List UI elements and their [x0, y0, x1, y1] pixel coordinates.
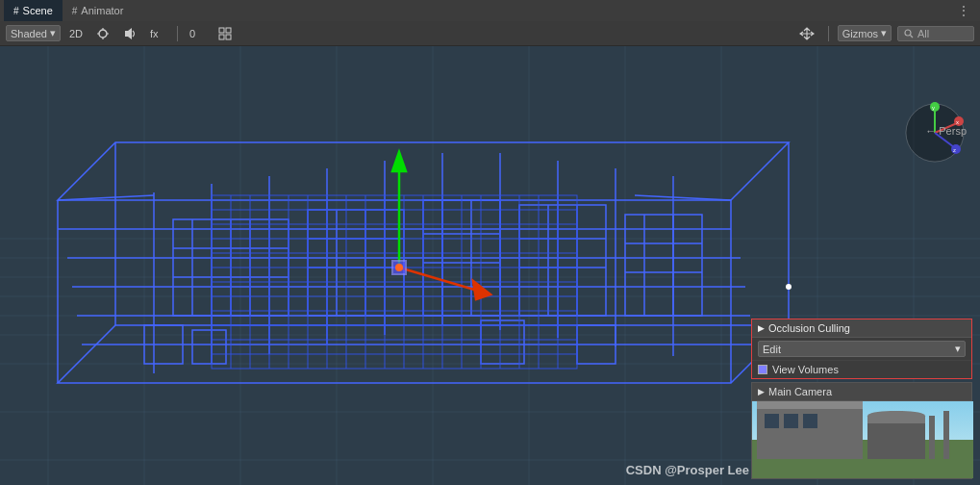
grid-icon-btn[interactable] [214, 26, 237, 41]
svg-point-0 [99, 30, 107, 38]
shaded-dropdown[interactable]: Shaded ▾ [6, 25, 61, 41]
light-icon [96, 27, 110, 40]
scene-tab-label: Scene [23, 5, 53, 16]
svg-rect-9 [226, 28, 231, 33]
building-roof-arch [757, 401, 863, 409]
scene-tab-icon: # [13, 6, 19, 16]
audio-icon [123, 27, 137, 40]
pole-2 [929, 416, 935, 459]
svg-point-122 [395, 264, 403, 271]
camera-preview [752, 401, 973, 478]
camera-panel-header: ▶ Main Camera [752, 383, 971, 401]
tab-scene[interactable]: # Scene [4, 0, 63, 21]
persp-label: ← Persp [925, 125, 967, 137]
toolbar-sep-2 [828, 26, 829, 41]
tab-animator[interactable]: # Animator [63, 0, 134, 21]
search-icon [904, 29, 914, 38]
viewport[interactable]: y x z ← Persp ▶ Occlusion Culling Edit ▾… [0, 46, 980, 485]
watermark: CSDN @Prosper Lee [626, 463, 749, 477]
pole-1 [943, 411, 949, 459]
camera-panel: ▶ Main Camera [751, 382, 972, 479]
occlusion-header-icon: ▶ [758, 323, 765, 333]
occlusion-dropdown-arrow: ▾ [955, 343, 961, 355]
2d-button[interactable]: 2D [64, 27, 88, 40]
svg-rect-8 [219, 28, 224, 33]
gizmos-dropdown-arrow: ▾ [881, 27, 887, 39]
camera-panel-title: Main Camera [768, 386, 832, 397]
occlusion-edit-row: Edit ▾ [752, 338, 971, 361]
search-bar[interactable]: All [897, 26, 974, 41]
svg-point-12 [905, 30, 911, 36]
layers-icon: 0 [189, 27, 205, 40]
animator-tab-icon: # [72, 6, 78, 16]
svg-text:z: z [953, 147, 956, 153]
toolbar-sep-1 [177, 26, 178, 41]
tab-bar-right: ⋮ [951, 3, 976, 18]
occlusion-edit-dropdown[interactable]: Edit ▾ [758, 341, 966, 357]
camera-header-icon: ▶ [758, 387, 765, 396]
grid-icon [218, 27, 232, 40]
layers-icon-btn[interactable]: 0 [185, 26, 210, 41]
move-icon [799, 27, 815, 40]
view-volumes-row: View Volumes [752, 361, 971, 378]
window-1 [765, 414, 779, 428]
transform-icon-btn[interactable] [794, 26, 819, 41]
occlusion-edit-label: Edit [763, 344, 781, 355]
svg-line-13 [911, 35, 914, 38]
shaded-label: Shaded [11, 28, 47, 39]
window-2 [784, 414, 798, 428]
building-main [757, 406, 863, 459]
light-icon-btn[interactable] [91, 26, 114, 41]
occlusion-culling-panel: ▶ Occlusion Culling Edit ▾ View Volumes [751, 319, 972, 379]
view-volumes-label: View Volumes [772, 364, 839, 375]
svg-marker-5 [125, 28, 132, 39]
window-3 [803, 414, 817, 428]
toolbar-right: Gizmos ▾ All [794, 25, 974, 41]
search-all-label: All [917, 28, 929, 39]
gizmos-dropdown[interactable]: Gizmos ▾ [838, 25, 892, 41]
svg-rect-11 [226, 35, 231, 39]
tab-more-button[interactable]: ⋮ [951, 3, 976, 18]
occlusion-panel-header: ▶ Occlusion Culling [752, 319, 971, 338]
tab-bar: # Scene # Animator ⋮ [0, 0, 980, 21]
view-volumes-color [758, 365, 767, 374]
shaded-dropdown-arrow: ▾ [50, 27, 56, 39]
occlusion-panel-title: Occlusion Culling [768, 322, 850, 334]
toolbar: Shaded ▾ 2D fx 0 [0, 21, 980, 46]
svg-point-123 [786, 284, 792, 290]
fx-icon: fx [150, 27, 165, 40]
building-secondary [867, 421, 925, 459]
building-2-roof [867, 411, 925, 423]
fx-icon-btn[interactable]: fx [145, 26, 170, 41]
svg-rect-10 [219, 35, 224, 39]
svg-text:y: y [932, 105, 935, 111]
svg-text:fx: fx [150, 28, 159, 39]
gizmos-label: Gizmos [842, 28, 878, 39]
audio-icon-btn[interactable] [118, 26, 141, 41]
svg-text:0: 0 [189, 28, 195, 39]
animator-tab-label: Animator [81, 5, 123, 16]
